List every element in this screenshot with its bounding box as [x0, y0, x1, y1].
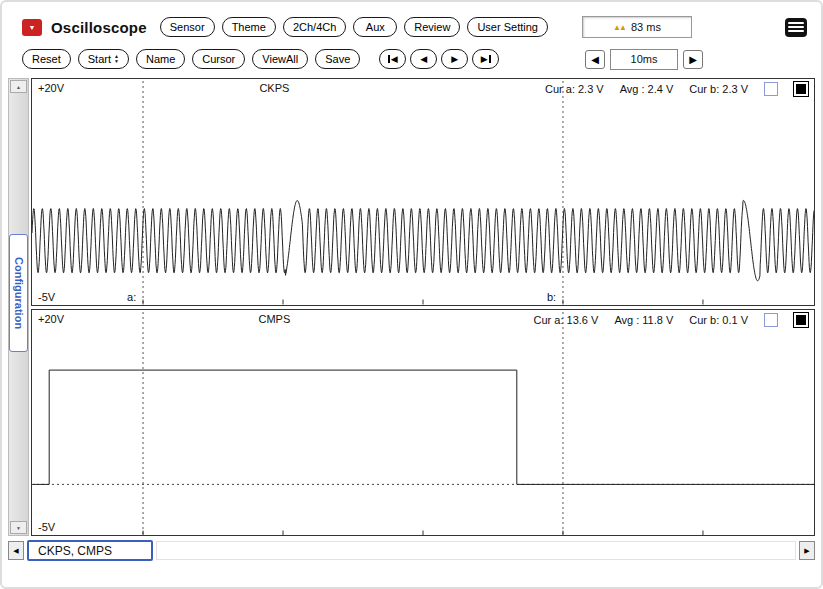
- timebase-field[interactable]: 10ms: [610, 49, 678, 70]
- cmps-waveform-display[interactable]: [32, 310, 814, 536]
- review-button[interactable]: Review: [404, 17, 460, 37]
- step-back-button[interactable]: ◀: [410, 49, 437, 69]
- name-button[interactable]: Name: [136, 49, 185, 69]
- ckps-readouts: Cur a: 2.3 V Avg : 2.4 V Cur b: 2.3 V: [545, 82, 808, 96]
- left-side-strip: ▲ Configuration ▼: [8, 78, 29, 536]
- skip-forward-icon: ▶: [481, 54, 488, 64]
- cmps-vmin-label: -5V: [38, 521, 55, 533]
- skip-forward-button[interactable]: ▶: [472, 49, 499, 69]
- scroll-right-button[interactable]: ▶: [799, 541, 815, 560]
- cursor-b-label[interactable]: b:: [547, 291, 556, 303]
- skip-back-bar-icon: [388, 55, 390, 63]
- channel-mode-button[interactable]: 2Ch/4Ch: [283, 17, 346, 37]
- timebase-next-button[interactable]: ▶: [683, 50, 703, 69]
- scroll-left-button[interactable]: ◀: [8, 541, 24, 560]
- cmps-checkbox[interactable]: [764, 313, 778, 327]
- acquisition-time-value: 83 ms: [631, 21, 661, 33]
- ckps-waveform-display[interactable]: [32, 79, 814, 305]
- skip-forward-bar-icon: [489, 55, 491, 63]
- channel-panels: +20V CKPS Cur a: 2.3 V Avg : 2.4 V Cur b…: [31, 78, 815, 536]
- cursor-button[interactable]: Cursor: [192, 49, 245, 69]
- ckps-vmin-label: -5V: [38, 291, 55, 303]
- sensor-button[interactable]: Sensor: [160, 17, 215, 37]
- ckps-channel-name: CKPS: [259, 82, 289, 94]
- scroll-down-button[interactable]: ▼: [10, 521, 27, 534]
- channel-label-box: CKPS, CMPS: [27, 540, 153, 561]
- oscilloscope-window: ▼ Oscilloscope Sensor Theme 2Ch/4Ch Aux …: [0, 0, 823, 589]
- menu-icon[interactable]: [785, 18, 807, 37]
- ckps-vmax-label: +20V: [38, 82, 64, 94]
- scrollbar-track[interactable]: [156, 541, 796, 560]
- ckps-color-button[interactable]: [794, 82, 808, 96]
- start-spinner-icon: ▲ ▼: [114, 54, 119, 64]
- acquisition-time-field: ▲▲ 83 ms: [582, 16, 692, 38]
- step-back-icon: ◀: [420, 54, 427, 64]
- timer-icon: ▲▲: [613, 23, 625, 32]
- toolbar-main: ▼ Oscilloscope Sensor Theme 2Ch/4Ch Aux …: [22, 16, 807, 38]
- cmps-channel-name: CMPS: [259, 313, 291, 325]
- cmps-cursor-a-readout: Cur a: 13.6 V: [534, 314, 599, 326]
- cmps-avg-readout: Avg : 11.8 V: [614, 314, 673, 326]
- reset-button[interactable]: Reset: [22, 49, 71, 69]
- step-forward-icon: ▶: [451, 54, 458, 64]
- save-button[interactable]: Save: [315, 49, 360, 69]
- start-button[interactable]: Start ▲ ▼: [78, 49, 129, 69]
- cmps-color-button[interactable]: [794, 313, 808, 327]
- configuration-tab[interactable]: Configuration: [9, 234, 28, 352]
- timebase-prev-icon: ◀: [591, 54, 599, 65]
- timebase-control: ◀ 10ms ▶: [585, 49, 703, 70]
- timebase-prev-button[interactable]: ◀: [585, 50, 605, 69]
- down-arrow-icon: ▼: [29, 24, 36, 31]
- channel-panel-cmps: +20V CMPS Cur a: 13.6 V Avg : 11.8 V Cur…: [31, 309, 815, 537]
- step-forward-button[interactable]: ▶: [441, 49, 468, 69]
- toolbar-secondary: Reset Start ▲ ▼ Name Cursor ViewAll Save…: [22, 48, 807, 70]
- scroll-up-icon: ▲: [16, 84, 21, 90]
- ckps-checkbox[interactable]: [764, 82, 778, 96]
- cmps-vmax-label: +20V: [38, 313, 64, 325]
- cmps-readouts: Cur a: 13.6 V Avg : 11.8 V Cur b: 0.1 V: [534, 313, 808, 327]
- app-title: Oscilloscope: [51, 19, 147, 36]
- ckps-cursor-b-readout: Cur b: 2.3 V: [689, 83, 748, 95]
- app-menu-icon[interactable]: ▼: [22, 19, 42, 36]
- playback-controls: ◀ ◀ ▶ ▶: [379, 49, 499, 69]
- cursor-a-label[interactable]: a:: [127, 291, 136, 303]
- skip-back-button[interactable]: ◀: [379, 49, 406, 69]
- spin-down-icon: ▼: [114, 59, 119, 64]
- timebase-next-icon: ▶: [689, 54, 697, 65]
- main-content: ▲ Configuration ▼ +20V CKPS Cur a: 2.3 V…: [8, 78, 815, 536]
- ckps-avg-readout: Avg : 2.4 V: [620, 83, 674, 95]
- cmps-cursor-b-readout: Cur b: 0.1 V: [689, 314, 748, 326]
- user-setting-button[interactable]: User Setting: [467, 17, 548, 37]
- theme-button[interactable]: Theme: [222, 17, 276, 37]
- configuration-tab-label: Configuration: [13, 257, 25, 329]
- scroll-left-icon: ◀: [13, 547, 18, 555]
- ckps-cursor-a-readout: Cur a: 2.3 V: [545, 83, 604, 95]
- start-button-label: Start: [88, 53, 111, 65]
- status-bar: ◀ CKPS, CMPS ▶: [8, 540, 815, 561]
- aux-button[interactable]: Aux: [353, 17, 397, 37]
- skip-back-icon: ◀: [391, 54, 398, 64]
- scroll-right-icon: ▶: [804, 547, 809, 555]
- channel-panel-ckps: +20V CKPS Cur a: 2.3 V Avg : 2.4 V Cur b…: [31, 78, 815, 306]
- scroll-down-icon: ▼: [16, 525, 21, 531]
- scroll-up-button[interactable]: ▲: [10, 80, 27, 93]
- viewall-button[interactable]: ViewAll: [252, 49, 308, 69]
